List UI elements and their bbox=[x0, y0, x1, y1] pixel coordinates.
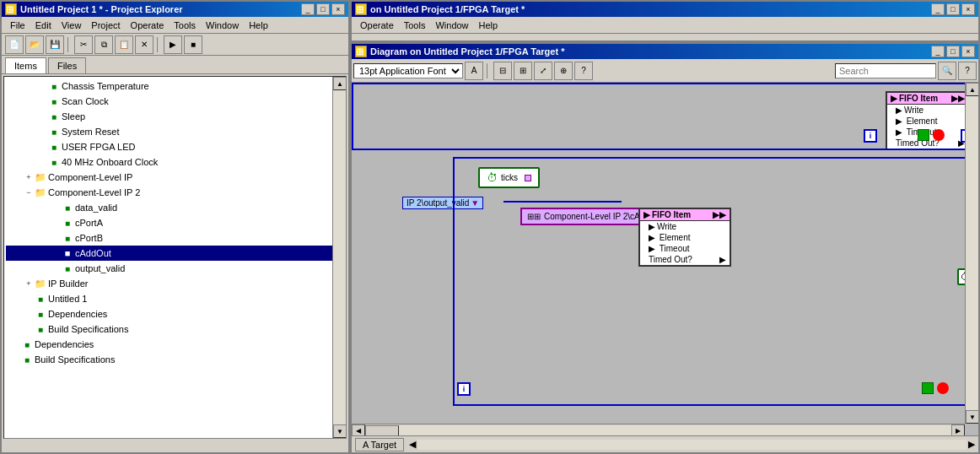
diagram-titlebar: ⊞ Diagram on Untitled Project 1/FPGA Tar… bbox=[352, 44, 978, 59]
toolbar-stop[interactable]: ■ bbox=[184, 35, 202, 54]
tree-item-caddout[interactable]: ■ cAddOut bbox=[6, 246, 344, 261]
fpga-minimize-btn[interactable]: _ bbox=[931, 3, 945, 15]
clock-icon: ⏱ bbox=[487, 171, 498, 184]
icon-sysreset: ■ bbox=[48, 126, 60, 138]
toolbar-open[interactable]: 📂 bbox=[25, 35, 44, 54]
menu-file[interactable]: File bbox=[5, 19, 30, 32]
search-btn[interactable]: 🔍 bbox=[938, 62, 956, 80]
menu-operate[interactable]: Operate bbox=[126, 19, 170, 32]
tree-item-deps2[interactable]: ■ Dependencies bbox=[6, 306, 344, 322]
tree-item-comp-ip2[interactable]: − 📁 Component-Level IP 2 bbox=[6, 185, 344, 200]
indicators-lower bbox=[922, 382, 949, 394]
tree-scrollbar-v[interactable]: ▲ ▼ bbox=[332, 77, 346, 438]
tree-item-output-valid[interactable]: ■ output_valid bbox=[6, 261, 344, 276]
diagram-minimize-btn[interactable]: _ bbox=[931, 46, 945, 57]
toolbar-snap[interactable]: ⊕ bbox=[554, 62, 573, 80]
toolbar-help-ctx[interactable]: ? bbox=[574, 62, 593, 80]
status-tab[interactable]: A Target bbox=[355, 438, 404, 451]
tree-item-buildspecs[interactable]: ■ Build Specifications bbox=[6, 352, 344, 367]
expander-outvalid bbox=[50, 262, 62, 274]
tree-item-sleep[interactable]: ■ Sleep bbox=[6, 109, 344, 124]
scrollbar-vertical[interactable]: ▲ ▼ bbox=[965, 83, 978, 424]
menu-window[interactable]: Window bbox=[201, 19, 244, 32]
tree-item-user-fpga-led[interactable]: ■ USER FPGA LED bbox=[6, 139, 344, 154]
menu-help[interactable]: Help bbox=[244, 19, 273, 32]
component-icon: ⊞⊞ bbox=[527, 212, 541, 221]
proj-minimize-btn[interactable]: _ bbox=[301, 3, 315, 15]
info-box-lower-left: i bbox=[457, 382, 471, 396]
icon-buildspecs: ■ bbox=[21, 354, 33, 365]
arrow-write: ▶ bbox=[649, 222, 655, 231]
fpga-maximize-btn[interactable]: □ bbox=[946, 3, 960, 15]
tree-item-ip-builder[interactable]: + 📁 IP Builder bbox=[6, 276, 344, 291]
fifo-main-write: ▶ Write bbox=[640, 221, 730, 232]
scroll-arrow-left[interactable]: ◀ bbox=[409, 439, 416, 450]
ticks-label: ticks bbox=[501, 173, 518, 182]
toolbar-save[interactable]: 💾 bbox=[46, 35, 64, 54]
tab-items[interactable]: Items bbox=[5, 57, 46, 73]
menu-project[interactable]: Project bbox=[86, 19, 125, 32]
icon-datavalid: ■ bbox=[62, 202, 73, 213]
tree-item-buildspecs2[interactable]: ■ Build Specifications bbox=[6, 322, 344, 337]
fpga-top-window: ⊞ on Untitled Project 1/FPGA Target * _ … bbox=[350, 0, 980, 42]
fpga-menu-help[interactable]: Help bbox=[474, 19, 503, 32]
scroll-down-btn[interactable]: ▼ bbox=[333, 424, 347, 438]
font-selector[interactable]: 13pt Application Font bbox=[353, 63, 463, 78]
toolbar-paste[interactable]: 📋 bbox=[115, 35, 133, 54]
tree-item-scan-clock[interactable]: ■ Scan Clock bbox=[6, 94, 344, 109]
diagram-maximize-btn[interactable]: □ bbox=[946, 46, 960, 57]
toolbar-zoom-fit[interactable]: ⤢ bbox=[534, 62, 552, 80]
expander-buildspecs bbox=[9, 354, 21, 365]
expander-sleep bbox=[36, 111, 48, 122]
menu-view[interactable]: View bbox=[57, 19, 87, 32]
ticks-port bbox=[525, 175, 531, 181]
toolbar-run[interactable]: ▶ bbox=[164, 35, 182, 54]
search-input[interactable] bbox=[835, 63, 936, 78]
fpga-close-btn[interactable]: × bbox=[961, 3, 975, 15]
green-indicator-lower bbox=[922, 382, 934, 394]
toolbar-zoom-out[interactable]: ⊟ bbox=[493, 62, 512, 80]
tree-item-cporta[interactable]: ■ cPortA bbox=[6, 215, 344, 230]
diagram-close-btn[interactable]: × bbox=[961, 46, 975, 57]
scroll-arrow-right[interactable]: ▶ bbox=[968, 439, 975, 450]
tree-item-40mhz[interactable]: ■ 40 MHz Onboard Clock bbox=[6, 154, 344, 170]
arrow-timeout-top: ▶ bbox=[896, 127, 902, 137]
icon-ipbuilder: 📁 bbox=[35, 278, 46, 289]
tree-item-chassis-temp[interactable]: ■ Chassis Temperature bbox=[6, 78, 344, 94]
toolbar-cut[interactable]: ✂ bbox=[74, 35, 93, 54]
expander-caddout bbox=[50, 247, 62, 259]
menu-edit[interactable]: Edit bbox=[30, 19, 57, 32]
expander-ipbuilder: + bbox=[23, 278, 35, 289]
tree-item-deps[interactable]: ■ Dependencies bbox=[6, 337, 344, 352]
tree-item-data-valid[interactable]: ■ data_valid bbox=[6, 200, 344, 215]
icon-sleep: ■ bbox=[48, 111, 60, 122]
fpga-menu-window[interactable]: Window bbox=[430, 19, 473, 32]
fifo-top-write: ▶ Write bbox=[887, 105, 968, 116]
fpga-title-text: on Untitled Project 1/FPGA Target * bbox=[370, 4, 525, 14]
proj-titlebar: ⊞ Untitled Project 1 * - Project Explore… bbox=[2, 2, 348, 17]
scroll-up-btn[interactable]: ▲ bbox=[333, 77, 347, 90]
output-valid-port: ▼ bbox=[471, 198, 479, 208]
output-valid-block: IP 2\output_valid ▼ bbox=[402, 197, 483, 209]
scroll-down-diagram-btn[interactable]: ▼ bbox=[966, 410, 978, 424]
proj-maximize-btn[interactable]: □ bbox=[316, 3, 330, 15]
tree-item-cportb[interactable]: ■ cPortB bbox=[6, 230, 344, 246]
toolbar-copy[interactable]: ⧉ bbox=[94, 35, 113, 54]
toolbar-zoom-in[interactable]: ⊞ bbox=[514, 62, 532, 80]
tree-item-untitled1[interactable]: ■ Untitled 1 bbox=[6, 291, 344, 306]
menu-tools[interactable]: Tools bbox=[169, 19, 201, 32]
scroll-up-diagram-btn[interactable]: ▲ bbox=[966, 83, 978, 96]
toolbar-delete[interactable]: ✕ bbox=[135, 35, 153, 54]
toolbar-font-size[interactable]: A bbox=[465, 62, 483, 80]
tab-files[interactable]: Files bbox=[48, 57, 86, 73]
fifo-block-main: ▶ FIFO Item ▶▶ ▶ Write ▶ Element ▶ Timeo… bbox=[638, 208, 731, 267]
fpga-menu-tools[interactable]: Tools bbox=[399, 19, 431, 32]
help-btn[interactable]: ? bbox=[958, 62, 977, 80]
toolbar-new[interactable]: 📄 bbox=[5, 35, 24, 54]
proj-close-btn[interactable]: × bbox=[331, 3, 345, 15]
tree-item-system-reset[interactable]: ■ System Reset bbox=[6, 124, 344, 139]
fifo-top-element: ▶ Element bbox=[887, 116, 968, 127]
tree-item-comp-ip[interactable]: + 📁 Component-Level IP bbox=[6, 170, 344, 185]
fpga-menu-operate[interactable]: Operate bbox=[355, 19, 399, 32]
proj-tab-bar: Items Files bbox=[2, 56, 348, 74]
